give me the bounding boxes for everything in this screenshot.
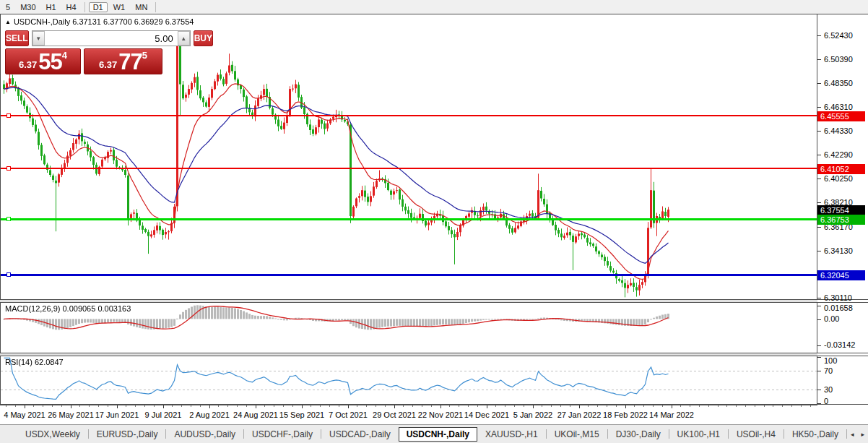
- date-minor-tick: [6, 405, 6, 407]
- date-minor-tick: [43, 405, 43, 407]
- date-minor-tick: [680, 405, 681, 407]
- chart-tab-dj30-daily[interactable]: DJ30-,Daily: [608, 427, 669, 442]
- date-minor-tick: [542, 405, 542, 407]
- chart-tab-audusd-daily[interactable]: AUDUSD-,Daily: [166, 427, 243, 442]
- rsi-axis-tick: [817, 371, 821, 371]
- date-major-tick: [533, 405, 534, 408]
- macd-axis-label: 0.01658: [824, 304, 853, 312]
- price-level-label: 6.36753: [817, 215, 865, 225]
- chart-tab-hk50-daily[interactable]: HK50-,Daily: [784, 427, 846, 442]
- date-minor-tick: [477, 405, 478, 407]
- price-axis-tick: [817, 35, 821, 36]
- timeframe-button-5[interactable]: 5: [1, 2, 14, 12]
- quote-ohlc-text: USDCNH-,Daily 6.37131 6.37700 6.36929 6.…: [14, 17, 194, 26]
- timeframe-button-h4[interactable]: H4: [62, 2, 81, 12]
- buy-price-sup: 5: [142, 50, 147, 61]
- timeframe-button-m30[interactable]: M30: [16, 2, 40, 12]
- timeframe-button-d1[interactable]: D1: [89, 2, 108, 12]
- date-minor-tick: [61, 405, 62, 407]
- sell-price-box[interactable]: 6.37 55 4: [5, 48, 81, 74]
- volume-increase-button[interactable]: ▲: [178, 31, 190, 46]
- date-major-tick: [672, 405, 672, 408]
- date-major-tick: [71, 405, 71, 408]
- date-major-tick: [348, 405, 349, 408]
- date-minor-tick: [329, 405, 330, 407]
- buy-price-box[interactable]: 6.37 77 5: [84, 48, 162, 74]
- date-label: 4 May 2021: [4, 410, 45, 419]
- timeframe-button-w1[interactable]: W1: [109, 2, 130, 12]
- chart-tab-usdchf-daily[interactable]: USDCHF-,Daily: [244, 427, 321, 442]
- date-minor-tick: [79, 405, 80, 407]
- price-axis-label: 6.34130: [824, 247, 853, 255]
- date-label: 7 Oct 2021: [329, 410, 368, 419]
- price-axis-tick: [817, 251, 821, 251]
- date-minor-tick: [801, 405, 802, 407]
- date-minor-tick: [264, 405, 265, 407]
- buy-button[interactable]: BUY: [194, 30, 213, 46]
- chart-tab-eurusd-daily[interactable]: EURUSD-,Daily: [89, 427, 166, 442]
- sell-button[interactable]: SELL: [5, 30, 29, 46]
- date-label: 22 Nov 2021: [418, 410, 463, 419]
- date-major-tick: [117, 405, 118, 408]
- date-minor-tick: [237, 405, 238, 407]
- date-minor-tick: [764, 405, 765, 407]
- rsi-canvas[interactable]: [1, 356, 817, 404]
- scroll-tabs-right-button[interactable]: ▸: [857, 431, 868, 438]
- timeframe-button-mn[interactable]: MN: [131, 2, 152, 12]
- rsi-panel[interactable]: [0, 356, 817, 405]
- collapse-triangle-icon[interactable]: ▲: [5, 19, 11, 25]
- date-minor-tick: [791, 405, 792, 407]
- chart-tab-usoil-h4[interactable]: USOil-,H4: [729, 427, 784, 442]
- date-minor-tick: [662, 405, 663, 407]
- chart-tab-usdcnh-daily[interactable]: USDCNH-,Daily: [399, 427, 477, 442]
- date-minor-tick: [357, 405, 357, 407]
- date-minor-tick: [108, 405, 108, 407]
- date-label: 24 Aug 2021: [233, 410, 278, 419]
- date-minor-tick: [468, 405, 469, 407]
- date-minor-tick: [98, 405, 99, 407]
- price-axis-tick: [817, 179, 821, 179]
- price-axis-tick: [817, 83, 821, 84]
- date-minor-tick: [52, 405, 53, 407]
- date-minor-tick: [773, 405, 773, 407]
- chart-tab-ukoil-m15[interactable]: UKOil-,M15: [547, 427, 607, 442]
- chart-tab-usdcad-daily[interactable]: USDCAD-,Daily: [321, 427, 399, 442]
- date-major-tick: [25, 405, 25, 408]
- chart-tab-uk100-h1[interactable]: UK100-,H1: [669, 427, 728, 442]
- rsi-axis: 100 70 30 0: [817, 356, 868, 405]
- date-minor-tick: [311, 405, 311, 407]
- date-label: 2 Aug 2021: [189, 410, 230, 419]
- one-click-trading-widget: SELL ▼ ▲ BUY 6.37 55 4 6.37 77 5: [5, 30, 162, 74]
- rsi-axis-label: 100: [824, 357, 837, 365]
- volume-decrease-button[interactable]: ▼: [32, 31, 45, 46]
- timeframe-button-h1[interactable]: H1: [42, 2, 61, 12]
- date-minor-tick: [607, 405, 607, 407]
- chart-tab-usdx-weekly[interactable]: USDX,Weekly: [17, 427, 88, 442]
- date-minor-tick: [755, 405, 755, 407]
- date-label: 9 Jul 2021: [145, 410, 182, 419]
- date-label: 5 Jan 2022: [513, 410, 552, 419]
- date-label: 14 Dec 2021: [464, 410, 509, 419]
- chart-tab-xauusd-h1[interactable]: XAUUSD-,H1: [477, 427, 546, 442]
- date-minor-tick: [320, 405, 321, 407]
- date-minor-tick: [403, 405, 404, 407]
- date-minor-tick: [726, 405, 727, 407]
- date-minor-tick: [810, 405, 811, 407]
- date-minor-tick: [385, 405, 386, 407]
- date-minor-tick: [551, 405, 552, 407]
- date-minor-tick: [718, 405, 719, 407]
- date-minor-tick: [154, 405, 155, 407]
- price-axis-label: 6.50390: [824, 56, 853, 64]
- sell-price-big: 55: [38, 52, 61, 72]
- toolbar-separator: [155, 2, 156, 12]
- date-label: 29 Oct 2021: [373, 410, 416, 419]
- date-label: 15 Sep 2021: [279, 410, 324, 419]
- date-minor-tick: [422, 405, 422, 407]
- date-minor-tick: [634, 405, 635, 407]
- date-minor-tick: [181, 405, 182, 407]
- trading-terminal-window: 5M30H1H4D1W1MN ▲USDCNH-,Daily 6.37131 6.…: [0, 0, 868, 443]
- scroll-tabs-left-button[interactable]: ◂: [847, 431, 858, 438]
- price-axis: 6.52430 6.50390 6.48350 6.46310 6.44330 …: [817, 14, 868, 300]
- volume-input[interactable]: [45, 31, 178, 46]
- buy-price-big: 77: [118, 52, 142, 72]
